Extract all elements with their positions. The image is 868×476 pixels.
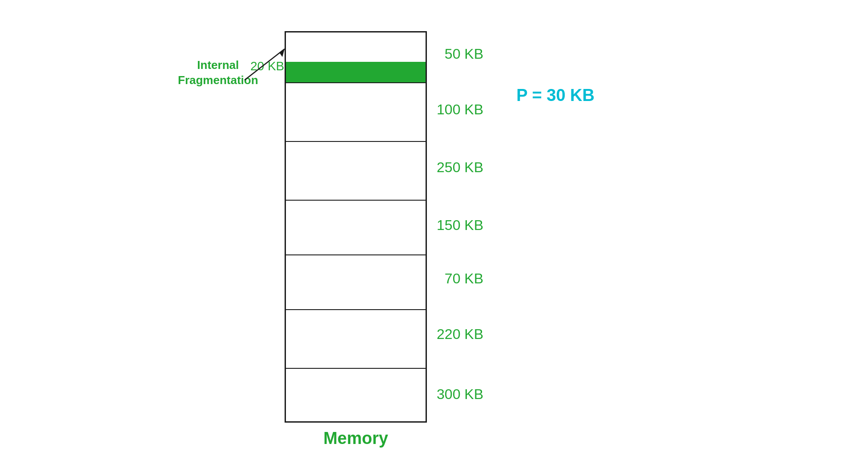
label-300kb: 300 KB — [437, 386, 483, 403]
segment-100kb — [286, 83, 426, 142]
label-220kb: 220 KB — [437, 326, 483, 343]
memory-label: Memory — [323, 429, 388, 448]
memory-block: 50 KB 100 KB 250 KB 150 KB 70 KB 220 KB … — [285, 31, 427, 423]
label-70kb: 70 KB — [445, 270, 483, 287]
p-label: P = 30 KB — [516, 86, 595, 105]
fragmentation-annotation: InternalFragmentation — [178, 58, 258, 88]
label-50kb: 50 KB — [445, 46, 483, 62]
label-100kb: 100 KB — [437, 101, 483, 118]
svg-marker-1 — [279, 49, 285, 57]
segment-220kb — [286, 310, 426, 369]
segment-300kb — [286, 369, 426, 424]
segment-70kb — [286, 255, 426, 310]
segment-50kb — [286, 32, 426, 83]
segment-150kb — [286, 201, 426, 255]
svg-line-0 — [245, 49, 285, 80]
green-fill-20kb — [286, 62, 426, 82]
segment-250kb — [286, 142, 426, 201]
arrow-svg — [240, 44, 293, 93]
label-250kb: 250 KB — [437, 159, 483, 176]
diagram-container: 50 KB 100 KB 250 KB 150 KB 70 KB 220 KB … — [178, 13, 578, 458]
label-150kb: 150 KB — [437, 217, 483, 234]
